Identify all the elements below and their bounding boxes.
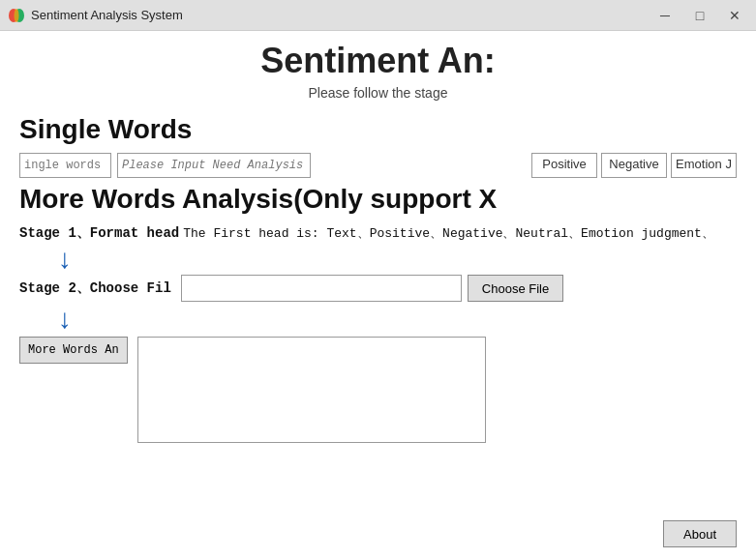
stage1-description: The First head is: Text、Positive、Negativ… bbox=[183, 224, 714, 242]
results-area: More Words An bbox=[19, 337, 737, 443]
analysis-words-input[interactable] bbox=[117, 153, 311, 178]
app-subtitle: Please follow the stage bbox=[19, 85, 737, 101]
positive-header: Positive bbox=[531, 157, 597, 171]
arrow-down-2: ↓ bbox=[58, 306, 737, 333]
close-button[interactable]: ✕ bbox=[721, 6, 748, 25]
stage2-row: Stage 2、Choose Fil Choose File bbox=[19, 275, 737, 302]
title-bar: Sentiment Analysis System ─ □ ✕ bbox=[0, 0, 756, 31]
app-icon bbox=[8, 7, 25, 24]
about-button[interactable]: About bbox=[663, 520, 737, 547]
choose-file-button[interactable]: Choose File bbox=[468, 275, 563, 302]
app-main-title: Sentiment An: bbox=[19, 41, 737, 81]
minimize-button[interactable]: ─ bbox=[651, 6, 679, 25]
stage1-label: Stage 1、Format head bbox=[19, 224, 179, 242]
single-words-title: Single Words bbox=[19, 114, 737, 145]
window-title: Sentiment Analysis System bbox=[31, 8, 651, 22]
more-words-title: More Words Analysis(Only support X bbox=[19, 184, 737, 215]
more-words-analysis-button[interactable]: More Words An bbox=[19, 337, 128, 364]
stage2-label: Stage 2、Choose Fil bbox=[19, 280, 171, 297]
file-path-input[interactable] bbox=[181, 275, 462, 302]
results-textarea[interactable] bbox=[137, 337, 486, 443]
negative-header: Negative bbox=[601, 157, 667, 171]
stage1-row: Stage 1、Format head The First head is: T… bbox=[19, 224, 737, 242]
window-controls: ─ □ ✕ bbox=[651, 6, 748, 25]
single-word-input[interactable] bbox=[19, 153, 111, 178]
maximize-button[interactable]: □ bbox=[686, 6, 713, 25]
main-content: Sentiment An: Please follow the stage Si… bbox=[0, 31, 756, 559]
emotion-header: Emotion J bbox=[671, 157, 737, 171]
arrow-down-1: ↓ bbox=[58, 246, 737, 273]
svg-point-2 bbox=[15, 9, 19, 22]
